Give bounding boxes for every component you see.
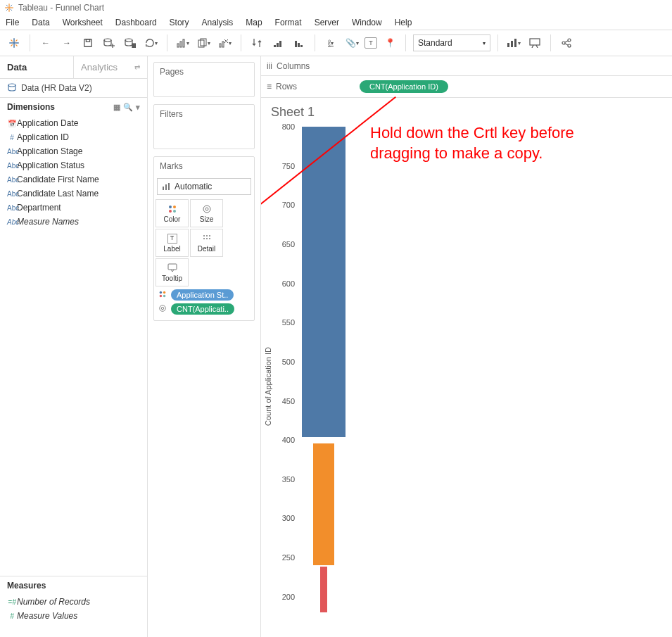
- duplicate-sheet-button[interactable]: ▾: [196, 34, 213, 51]
- field-candidate-first-name[interactable]: AbcCandidate First Name: [0, 172, 147, 187]
- label-icon: T: [167, 234, 177, 244]
- y-tick: 750: [282, 162, 295, 170]
- menu-file[interactable]: File: [6, 18, 19, 27]
- svg-rect-25: [220, 44, 221, 47]
- y-tick: 400: [282, 436, 295, 444]
- size-button[interactable]: Size: [190, 199, 223, 227]
- shelves-column: Pages Filters Marks Automatic Color Size…: [148, 56, 260, 637]
- tableau-home-icon[interactable]: [6, 34, 23, 51]
- detail-button[interactable]: Detail: [190, 229, 223, 257]
- svg-rect-35: [507, 43, 509, 47]
- svg-point-63: [160, 291, 162, 294]
- group-button[interactable]: 📎▾: [343, 34, 360, 51]
- rows-pill-cnt-application-id[interactable]: CNT(Application ID): [360, 80, 448, 93]
- mark-pill-cnt-application[interactable]: CNT(Applicati..: [154, 302, 254, 316]
- new-sheet-button[interactable]: ▾: [175, 34, 191, 51]
- clear-sheet-button[interactable]: ▾: [217, 34, 234, 51]
- menu-worksheet[interactable]: Worksheet: [63, 18, 103, 27]
- svg-rect-32: [295, 41, 297, 47]
- filters-shelf[interactable]: Filters: [153, 104, 255, 149]
- svg-point-68: [161, 307, 163, 309]
- svg-point-51: [173, 206, 176, 208]
- pages-shelf[interactable]: Pages: [153, 62, 255, 97]
- forward-button[interactable]: →: [58, 34, 75, 51]
- menu-story[interactable]: Story: [170, 18, 189, 27]
- field-application-date[interactable]: 📅Application Date: [0, 116, 147, 130]
- svg-point-66: [163, 295, 165, 297]
- y-tick: 700: [282, 201, 295, 209]
- svg-rect-19: [134, 44, 136, 48]
- field-application-stage[interactable]: AbcApplication Stage: [0, 144, 147, 158]
- presentation-button[interactable]: [526, 34, 543, 51]
- sort-asc-button[interactable]: [270, 34, 286, 51]
- chart-area: Count of Application ID 2002503003504004…: [261, 127, 672, 637]
- mark-type-dropdown[interactable]: Automatic: [157, 178, 251, 195]
- field-application-id[interactable]: #Application ID: [0, 130, 147, 144]
- pause-updates-button[interactable]: [122, 34, 139, 51]
- svg-point-17: [125, 39, 132, 42]
- svg-line-4: [6, 9, 8, 11]
- field-measure-values[interactable]: #Measure Values: [0, 609, 147, 623]
- refresh-button[interactable]: ▾: [143, 34, 160, 51]
- svg-rect-29: [274, 45, 276, 47]
- back-button[interactable]: ←: [37, 34, 54, 51]
- sort-desc-button[interactable]: [291, 34, 308, 51]
- bar-icon: [162, 182, 170, 191]
- bar-segment[interactable]: [313, 443, 334, 566]
- menu-map[interactable]: Map: [246, 18, 262, 27]
- text-icon: Abc: [7, 162, 17, 170]
- new-datasource-button[interactable]: [101, 34, 118, 51]
- svg-line-44: [565, 41, 568, 42]
- data-pane: Data Analytics⇄ Data (HR Data V2) Dimens…: [0, 56, 148, 637]
- menu-analysis[interactable]: Analysis: [202, 18, 234, 27]
- columns-shelf[interactable]: iiiColumns: [261, 56, 672, 76]
- svg-point-52: [169, 210, 172, 213]
- marks-card: Marks Automatic Color Size TLabel Detail…: [153, 156, 255, 321]
- svg-rect-36: [511, 41, 513, 47]
- field-candidate-last-name[interactable]: AbcCandidate Last Name: [0, 187, 147, 201]
- color-button[interactable]: Color: [156, 199, 189, 227]
- save-button[interactable]: [80, 34, 96, 51]
- svg-rect-38: [530, 39, 540, 45]
- tab-analytics[interactable]: Analytics⇄: [73, 56, 147, 78]
- menu-window[interactable]: Window: [352, 18, 382, 27]
- tooltip-button[interactable]: Tooltip: [156, 258, 189, 286]
- toolbar: ← → ▾ ▾ ▾ ▾ ℓ▾ 📎▾ T 📍 Standard▾ ▾: [0, 30, 672, 56]
- mark-pill-application-status[interactable]: Application St..: [154, 288, 254, 302]
- label-button[interactable]: TLabel: [156, 229, 189, 257]
- field-number-of-records[interactable]: =#Number of Records: [0, 595, 147, 609]
- annotation-text: Hold down the Crtl key before dragging t…: [370, 123, 581, 163]
- show-me-button[interactable]: ▾: [505, 34, 522, 51]
- highlight-button[interactable]: ℓ▾: [322, 34, 339, 51]
- svg-point-60: [206, 238, 208, 239]
- field-application-status[interactable]: AbcApplication Status: [0, 158, 147, 172]
- field-measure-names[interactable]: AbcMeasure Names: [0, 215, 147, 229]
- svg-point-41: [568, 39, 571, 42]
- menu-data[interactable]: Data: [32, 18, 49, 27]
- label-button[interactable]: T: [364, 37, 377, 49]
- menu-format[interactable]: Format: [275, 18, 302, 27]
- pin-button[interactable]: 📍: [381, 34, 398, 51]
- svg-point-58: [209, 235, 210, 236]
- field-department[interactable]: AbcDepartment: [0, 201, 147, 215]
- size-icon: [202, 204, 212, 214]
- fit-dropdown[interactable]: Standard▾: [413, 34, 490, 51]
- svg-point-43: [568, 44, 571, 47]
- menu-help[interactable]: Help: [395, 18, 412, 27]
- sheet-title[interactable]: Sheet 1: [261, 98, 672, 127]
- view-mode-icon[interactable]: ▦: [113, 103, 120, 112]
- datasource-row[interactable]: Data (HR Data V2): [0, 79, 147, 98]
- menu-dashboard[interactable]: Dashboard: [115, 18, 157, 27]
- rows-shelf[interactable]: ≡Rows CNT(Application ID): [261, 76, 672, 98]
- search-icon[interactable]: 🔍: [123, 103, 133, 112]
- svg-point-54: [203, 206, 210, 213]
- tab-data[interactable]: Data: [0, 56, 73, 78]
- menu-server[interactable]: Server: [315, 18, 339, 27]
- svg-rect-30: [277, 43, 279, 47]
- bar-segment[interactable]: [302, 127, 345, 437]
- y-axis-label: Count of Application ID: [264, 347, 272, 426]
- swap-button[interactable]: [248, 34, 265, 51]
- share-button[interactable]: [558, 34, 575, 51]
- menu-icon[interactable]: ▾: [136, 103, 140, 112]
- bar-segment[interactable]: [320, 567, 327, 612]
